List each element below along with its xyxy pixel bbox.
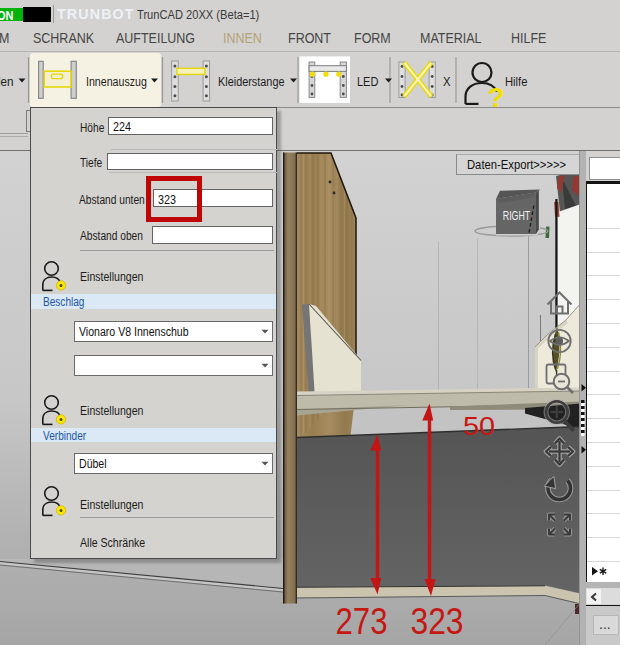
svg-text:273: 273 bbox=[336, 601, 388, 642]
svg-text:RIGHT: RIGHT bbox=[503, 208, 531, 223]
svg-text:323: 323 bbox=[411, 601, 464, 642]
svg-text:?: ? bbox=[488, 82, 505, 108]
svg-text:50: 50 bbox=[463, 411, 495, 441]
